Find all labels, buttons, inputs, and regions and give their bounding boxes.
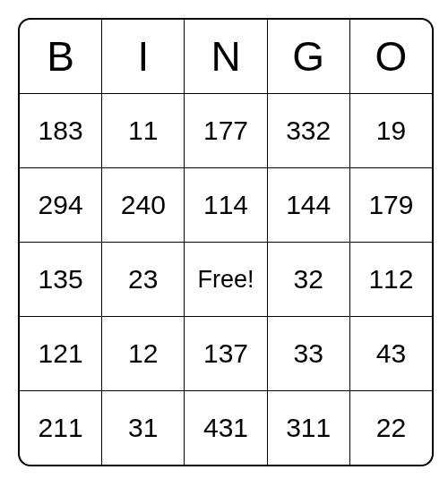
header-n: N (185, 20, 267, 94)
free-cell[interactable]: Free! (185, 243, 267, 317)
cell[interactable]: 431 (185, 391, 267, 465)
row-4: 121 12 137 33 43 (20, 317, 432, 391)
cell[interactable]: 23 (102, 243, 185, 317)
cell[interactable]: 179 (350, 168, 432, 243)
cell[interactable]: 211 (20, 391, 102, 465)
cell[interactable]: 22 (350, 391, 432, 465)
cell[interactable]: 19 (350, 94, 432, 168)
row-3: 135 23 Free! 32 112 (20, 243, 432, 317)
header-g: G (268, 20, 350, 94)
cell[interactable]: 33 (268, 317, 350, 391)
cell[interactable]: 32 (268, 243, 350, 317)
row-1: 183 11 177 332 19 (20, 94, 432, 168)
header-b: B (20, 20, 102, 94)
cell[interactable]: 114 (185, 168, 267, 243)
cell[interactable]: 183 (20, 94, 102, 168)
row-5: 211 31 431 311 22 (20, 391, 432, 465)
cell[interactable]: 11 (102, 94, 185, 168)
cell[interactable]: 135 (20, 243, 102, 317)
header-row: B I N G O (20, 20, 432, 94)
cell[interactable]: 31 (102, 391, 185, 465)
header-o: O (350, 20, 432, 94)
cell[interactable]: 12 (102, 317, 185, 391)
cell[interactable]: 43 (350, 317, 432, 391)
cell[interactable]: 121 (20, 317, 102, 391)
bingo-card: B I N G O 183 11 177 332 19 294 240 114 … (18, 18, 434, 466)
cell[interactable]: 240 (102, 168, 185, 243)
cell[interactable]: 112 (350, 243, 432, 317)
header-i: I (102, 20, 185, 94)
cell[interactable]: 137 (185, 317, 267, 391)
cell[interactable]: 311 (268, 391, 350, 465)
cell[interactable]: 332 (268, 94, 350, 168)
row-2: 294 240 114 144 179 (20, 168, 432, 243)
cell[interactable]: 177 (185, 94, 267, 168)
cell[interactable]: 294 (20, 168, 102, 243)
cell[interactable]: 144 (268, 168, 350, 243)
